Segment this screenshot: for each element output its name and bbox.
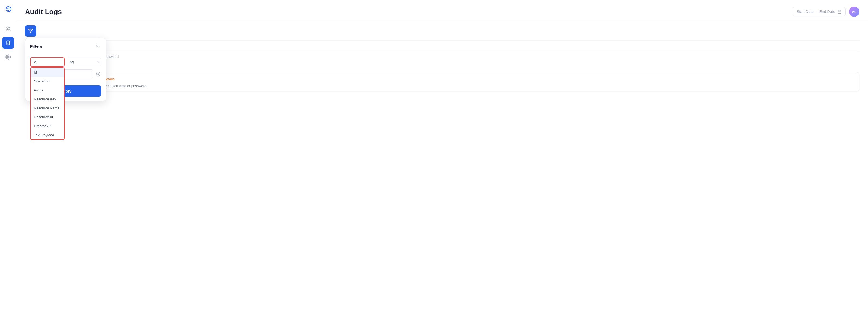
filter-icon — [28, 29, 33, 33]
dropdown-item-id[interactable]: Id — [31, 68, 64, 77]
background-logs: ged in ered incorrect username or passwo… — [16, 40, 868, 62]
filter-button[interactable] — [25, 25, 36, 37]
field-dropdown-list: Id Operation Props Resource Key Resource… — [30, 67, 65, 140]
date-range-picker[interactable]: Start Date - End Date — [793, 7, 846, 16]
filter-panel-header: Filters × — [25, 38, 106, 54]
page-title: Audit Logs — [25, 8, 62, 16]
dropdown-item-created-at[interactable]: Created At — [31, 122, 64, 130]
date-separator: - — [816, 9, 817, 14]
start-date-label: Start Date — [797, 9, 814, 14]
filter-field-row: Id Id Operation Props Resource Key Resou… — [30, 57, 101, 67]
sidebar-item-users[interactable] — [2, 23, 14, 35]
dropdown-item-resource-id[interactable]: Resource Id — [31, 112, 64, 122]
dropdown-item-props[interactable]: Props — [31, 86, 64, 95]
event-card: user.loginF... | View Details superAdmin… — [59, 72, 859, 91]
filter-body: Id Id Operation Props Resource Key Resou… — [25, 54, 106, 82]
field-dropdown-trigger[interactable]: Id — [30, 57, 65, 67]
svg-rect-6 — [838, 10, 841, 13]
clear-value-button[interactable] — [95, 71, 101, 77]
end-date-label: End Date — [819, 9, 835, 14]
svg-point-0 — [6, 27, 8, 29]
timeline-entry-0: 10:21 AM user.loginF... | View Details s… — [25, 69, 859, 95]
sidebar-navigation — [0, 23, 16, 63]
dropdown-item-operation[interactable]: Operation — [31, 77, 64, 86]
user-avatar[interactable]: Au — [849, 6, 859, 17]
dropdown-item-resource-name[interactable]: Resource Name — [31, 104, 64, 112]
operator-select-wrapper: ng containing equals ▾ — [67, 58, 101, 66]
operator-select[interactable]: ng containing equals — [67, 58, 101, 66]
bg-log-item-1: ged in — [52, 40, 859, 51]
dropdown-item-resource-key[interactable]: Resource Key — [31, 95, 64, 104]
filter-close-button[interactable]: × — [94, 42, 101, 50]
event-card-header: user.loginF... | View Details — [63, 76, 855, 82]
sidebar-item-logs[interactable] — [2, 37, 14, 49]
bg-log-above: ged in — [25, 62, 859, 69]
bg-log-item-2: ered incorrect username or password — [52, 51, 859, 62]
calendar-icon — [837, 9, 842, 14]
toolbar: Filters × Id Id Operation Props — [16, 22, 868, 40]
header-right: Start Date - End Date Au — [793, 6, 859, 17]
clear-icon — [96, 72, 101, 76]
sidebar — [0, 0, 16, 325]
timeline: ged in 10:21 AM user.loginF... | View De… — [16, 62, 868, 325]
page-header: Audit Logs Start Date - End Date Au — [16, 0, 868, 22]
svg-point-5 — [7, 57, 9, 58]
event-description: superAdmin entered incorrect username or… — [63, 84, 855, 88]
dropdown-item-text-payload[interactable]: Text Payload — [31, 130, 64, 139]
sidebar-item-settings[interactable] — [2, 51, 14, 63]
filter-panel-title: Filters — [30, 44, 42, 48]
filter-panel: Filters × Id Id Operation Props — [25, 38, 106, 101]
svg-marker-10 — [29, 29, 33, 33]
app-logo[interactable] — [3, 4, 13, 14]
field-dropdown-selected: Id — [33, 60, 36, 64]
main-content: Audit Logs Start Date - End Date Au Filt… — [16, 0, 868, 325]
field-dropdown-wrapper: Id Id Operation Props Resource Key Resou… — [30, 57, 65, 67]
